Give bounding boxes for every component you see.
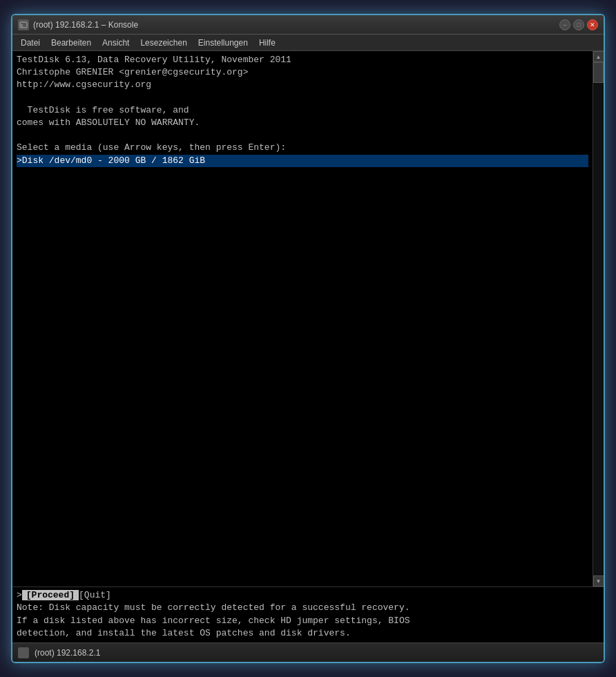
terminal-window: $ (root) 192.168.2.1 – Konsole – □ ✕ Dat… xyxy=(11,14,605,663)
selected-disk-entry: >Disk /dev/md0 - 2000 GB / 1862 GiB xyxy=(17,155,588,167)
title-bar: $ (root) 192.168.2.1 – Konsole – □ ✕ xyxy=(12,15,604,35)
proceed-button[interactable]: [Proceed] xyxy=(22,590,79,600)
terminal-line-selected: >Disk /dev/md0 - 2000 GB / 1862 GiB xyxy=(17,155,588,167)
menu-bearbeiten[interactable]: Bearbeiten xyxy=(46,37,97,49)
menu-ansicht[interactable]: Ansicht xyxy=(97,37,135,49)
terminal-container: TestDisk 6.13, Data Recovery Utility, No… xyxy=(12,51,604,587)
scrollbar-track[interactable] xyxy=(593,62,604,575)
quit-button[interactable]: Quit xyxy=(84,590,106,600)
terminal-line-6 xyxy=(17,129,588,142)
terminal-line-7: Select a media (use Arrow keys, then pre… xyxy=(17,142,588,154)
terminal-output[interactable]: TestDisk 6.13, Data Recovery Utility, No… xyxy=(12,51,593,587)
menu-lesezeichen[interactable]: Lesezeichen xyxy=(135,37,192,49)
title-bar-left: $ (root) 192.168.2.1 – Konsole xyxy=(18,19,138,30)
menu-bar: Datei Bearbeiten Ansicht Lesezeichen Ein… xyxy=(12,35,604,51)
close-button[interactable]: ✕ xyxy=(587,19,598,30)
bottom-controls: >[Proceed] [ Quit ] xyxy=(17,590,599,600)
terminal-line-5: comes with ABSOLUTELY NO WARRANTY. xyxy=(17,117,588,129)
scrollbar-thumb[interactable] xyxy=(593,62,604,83)
minimize-button[interactable]: – xyxy=(559,19,570,30)
bottom-bar: >[Proceed] [ Quit ] Note: Disk capacity … xyxy=(12,587,604,642)
terminal-line-0: TestDisk 6.13, Data Recovery Utility, No… xyxy=(17,54,588,66)
terminal-line-4: TestDisk is free software, and xyxy=(17,104,588,117)
scrollbar[interactable]: ▲ ▼ xyxy=(593,51,604,587)
quit-separator: [ xyxy=(79,590,84,600)
bottom-note: Note: Disk capacity must be correctly de… xyxy=(17,602,599,640)
proceed-prefix: > xyxy=(17,590,22,600)
status-bar: (root) 192.168.2.1 xyxy=(12,642,604,662)
title-bar-controls: – □ ✕ xyxy=(559,19,598,30)
scroll-up-arrow[interactable]: ▲ xyxy=(593,51,604,62)
menu-hilfe[interactable]: Hilfe xyxy=(253,37,281,49)
quit-bracket-close: ] xyxy=(106,590,111,600)
svg-text:$: $ xyxy=(21,23,23,28)
menu-datei[interactable]: Datei xyxy=(15,37,46,49)
scroll-down-arrow[interactable]: ▼ xyxy=(593,575,604,587)
terminal-line-1: Christophe GRENIER <grenier@cgsecurity.o… xyxy=(17,66,588,79)
terminal-line-2: http://www.cgsecurity.org xyxy=(17,79,588,91)
window-title: (root) 192.168.2.1 – Konsole xyxy=(33,20,138,30)
status-text: (root) 192.168.2.1 xyxy=(35,648,100,658)
status-icon xyxy=(18,647,29,658)
terminal-window-icon: $ xyxy=(18,19,29,30)
maximize-button[interactable]: □ xyxy=(573,19,584,30)
terminal-line-3 xyxy=(17,92,588,104)
menu-einstellungen[interactable]: Einstellungen xyxy=(193,37,253,49)
